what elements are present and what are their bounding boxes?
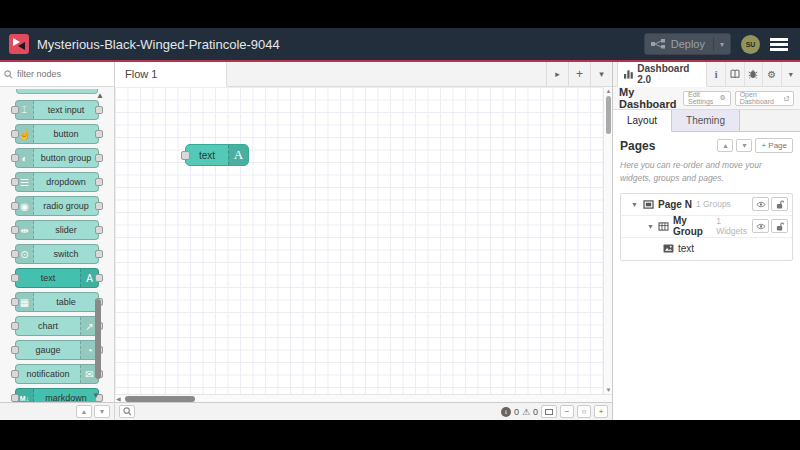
unlock-icon — [776, 200, 784, 209]
move-down-button[interactable]: ▼ — [736, 139, 752, 152]
visibility-toggle-button[interactable] — [752, 219, 769, 233]
palette-node-table[interactable]: ▦table — [15, 292, 99, 312]
node-port — [11, 226, 19, 234]
main-menu-button[interactable] — [770, 38, 788, 51]
pages-title: Pages — [620, 139, 655, 153]
tab-info[interactable]: i — [707, 62, 726, 86]
flow-canvas[interactable]: text A ▲ ▼ — [115, 87, 612, 394]
node-port — [95, 274, 103, 282]
chevron-down-icon[interactable]: ▼ — [647, 223, 654, 230]
palette-footer: ▲ ▼ — [0, 402, 114, 420]
pages-panel: Pages ▲ ▼ + Page Here you can re-order a… — [613, 132, 800, 420]
palette-node-label: chart — [16, 321, 80, 331]
deploy-dropdown-icon[interactable]: ▾ — [720, 40, 724, 49]
horizontal-scrollbar-thumb[interactable] — [125, 396, 195, 402]
zoom-out-button[interactable]: − — [560, 405, 574, 418]
palette-node-text-input[interactable]: ⌶text input — [15, 100, 99, 120]
palette-node-chart[interactable]: ↗chart — [15, 316, 99, 336]
pages-tree: ▼Page N1 Groups▼My Group1 Widgetstext — [620, 193, 793, 261]
app-window: Mysterious-Black-Winged-Pratincole-9044 … — [0, 28, 800, 420]
palette-filter-input[interactable] — [17, 69, 97, 79]
zoom-in-button[interactable]: + — [594, 405, 608, 418]
palette-node-switch[interactable]: ⊙switch — [15, 244, 99, 264]
palette-scrollbar-thumb[interactable] — [95, 299, 101, 379]
open-dashboard-label: Open Dashboard — [740, 91, 782, 105]
palette-collapse-up-button[interactable]: ▲ — [76, 405, 92, 418]
tab-help[interactable] — [726, 62, 745, 86]
palette-node-text[interactable]: Atext — [15, 268, 99, 288]
scroll-up-icon[interactable]: ▲ — [605, 88, 612, 94]
edit-settings-button[interactable]: Edit Settings ⚙ — [683, 91, 731, 106]
node-input-port[interactable] — [181, 151, 190, 160]
search-icon — [4, 70, 13, 79]
palette-node-button[interactable]: ☝button — [15, 124, 99, 144]
info-count-icon: i — [501, 407, 511, 417]
sidebar-tab-bar: Dashboard 2.0 i ⚙ ▾ — [613, 62, 800, 87]
tree-item-meta: 1 Widgets — [716, 216, 748, 236]
sidebar-tab-label: Dashboard 2.0 — [637, 63, 700, 85]
add-page-button[interactable]: + Page — [755, 138, 793, 153]
palette-search[interactable] — [0, 62, 114, 87]
deploy-divider — [713, 37, 714, 51]
lock-toggle-button[interactable] — [771, 197, 788, 211]
open-dashboard-button[interactable]: Open Dashboard — [735, 91, 794, 106]
palette-node-markdown[interactable]: M↓markdown — [15, 388, 99, 402]
palette-node-radio-group[interactable]: ◉radio group — [15, 196, 99, 216]
add-flow-button[interactable]: + — [568, 62, 590, 86]
canvas-search-button[interactable] — [119, 405, 135, 418]
palette-node-label: radio group — [34, 201, 98, 211]
scroll-down-icon[interactable]: ▼ — [605, 387, 612, 393]
deploy-button[interactable]: Deploy ▾ — [644, 33, 731, 55]
edit-settings-label: Edit Settings — [688, 91, 717, 105]
palette-scroll-down-icon[interactable]: ▼ — [92, 391, 100, 400]
external-link-icon — [784, 95, 789, 102]
palette-node-label: notification — [16, 369, 80, 379]
scroll-left-icon[interactable]: ◀ — [116, 395, 121, 402]
chevron-down-icon[interactable]: ▼ — [631, 201, 639, 208]
palette-node-gauge[interactable]: ◔gauge — [15, 340, 99, 360]
info-count: 0 — [514, 407, 519, 417]
tab-config[interactable]: ⚙ — [763, 62, 782, 86]
move-up-button[interactable]: ▲ — [717, 139, 733, 152]
zoom-reset-button[interactable]: ○ — [577, 405, 591, 418]
tab-layout[interactable]: Layout — [613, 110, 672, 132]
gear-icon: ⚙ — [719, 94, 725, 102]
tab-menu-button[interactable]: ▾ — [590, 62, 612, 86]
palette-node-dropdown[interactable]: ☰dropdown — [15, 172, 99, 192]
palette-node-partial — [16, 89, 98, 94]
palette-node-button-group[interactable]: ◐button group — [15, 148, 99, 168]
tab-dashboard-2[interactable]: Dashboard 2.0 — [617, 62, 707, 87]
flow-tab-bar: Flow 1 ▸ + ▾ — [115, 62, 612, 87]
palette-scroll-up-icon[interactable]: ▲ — [96, 91, 104, 100]
tab-list-button[interactable]: ▸ — [546, 62, 568, 86]
palette-node-notification[interactable]: ✉notification — [15, 364, 99, 384]
tab-theming[interactable]: Theming — [672, 110, 740, 131]
bar-chart-icon — [624, 70, 633, 79]
tree-row-my-group[interactable]: ▼My Group1 Widgets — [621, 216, 792, 238]
vertical-scrollbar-thumb[interactable] — [606, 96, 611, 134]
canvas-vertical-scrollbar[interactable]: ▲ ▼ — [603, 87, 612, 394]
flow-tab[interactable]: Flow 1 — [115, 62, 227, 87]
user-avatar[interactable]: SU — [741, 35, 760, 54]
workspace-title: Mysterious-Black-Winged-Pratincole-9044 — [37, 37, 280, 52]
book-icon — [730, 69, 740, 79]
palette-collapse-down-button[interactable]: ▼ — [94, 405, 110, 418]
sidebar-menu-button[interactable]: ▾ — [782, 62, 800, 86]
canvas-horizontal-scrollbar[interactable]: ◀ — [115, 394, 612, 402]
palette-node-label: table — [34, 297, 98, 307]
warning-icon: ⚠ — [522, 407, 530, 417]
bug-icon — [748, 69, 758, 79]
minimap-toggle-button[interactable] — [541, 405, 557, 418]
warning-count: 0 — [533, 407, 538, 417]
visibility-toggle-button[interactable] — [752, 197, 769, 211]
palette-node-slider[interactable]: ⇹slider — [15, 220, 99, 240]
tab-debug[interactable] — [745, 62, 764, 86]
tree-row-page-n[interactable]: ▼Page N1 Groups — [621, 194, 792, 216]
lock-toggle-button[interactable] — [771, 219, 788, 233]
node-port — [11, 298, 19, 306]
tree-row-text[interactable]: text — [621, 238, 792, 260]
dashboard-title: My Dashboard — [619, 86, 679, 110]
flow-tab-label: Flow 1 — [125, 68, 157, 80]
canvas-node-text[interactable]: text A — [185, 144, 249, 166]
palette-scroll-area[interactable]: ⌶text input☝button◐button group☰dropdown… — [0, 87, 114, 402]
